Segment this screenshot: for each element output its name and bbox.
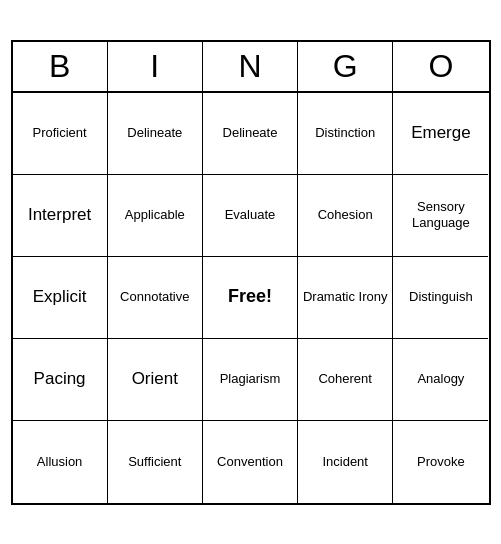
bingo-letter-b: B — [13, 42, 108, 91]
bingo-cell-15: Pacing — [13, 339, 108, 421]
bingo-cell-24: Provoke — [393, 421, 488, 503]
bingo-cell-3: Distinction — [298, 93, 393, 175]
bingo-letter-o: O — [393, 42, 488, 91]
bingo-letter-i: I — [108, 42, 203, 91]
bingo-header: BINGO — [13, 42, 489, 93]
bingo-letter-n: N — [203, 42, 298, 91]
bingo-letter-g: G — [298, 42, 393, 91]
bingo-cell-18: Coherent — [298, 339, 393, 421]
bingo-cell-7: Evaluate — [203, 175, 298, 257]
bingo-card: BINGO ProficientDelineateDelineateDistin… — [11, 40, 491, 505]
bingo-cell-13: Dramatic Irony — [298, 257, 393, 339]
bingo-cell-17: Plagiarism — [203, 339, 298, 421]
bingo-cell-20: Allusion — [13, 421, 108, 503]
bingo-cell-1: Delineate — [108, 93, 203, 175]
bingo-cell-21: Sufficient — [108, 421, 203, 503]
bingo-cell-22: Convention — [203, 421, 298, 503]
bingo-cell-10: Explicit — [13, 257, 108, 339]
bingo-cell-2: Delineate — [203, 93, 298, 175]
bingo-cell-9: Sensory Language — [393, 175, 488, 257]
bingo-cell-19: Analogy — [393, 339, 488, 421]
bingo-cell-8: Cohesion — [298, 175, 393, 257]
bingo-cell-23: Incident — [298, 421, 393, 503]
bingo-grid: ProficientDelineateDelineateDistinctionE… — [13, 93, 489, 503]
bingo-cell-5: Interpret — [13, 175, 108, 257]
bingo-cell-14: Distinguish — [393, 257, 488, 339]
bingo-cell-12: Free! — [203, 257, 298, 339]
bingo-cell-6: Applicable — [108, 175, 203, 257]
bingo-cell-11: Connotative — [108, 257, 203, 339]
bingo-cell-4: Emerge — [393, 93, 488, 175]
bingo-cell-0: Proficient — [13, 93, 108, 175]
bingo-cell-16: Orient — [108, 339, 203, 421]
